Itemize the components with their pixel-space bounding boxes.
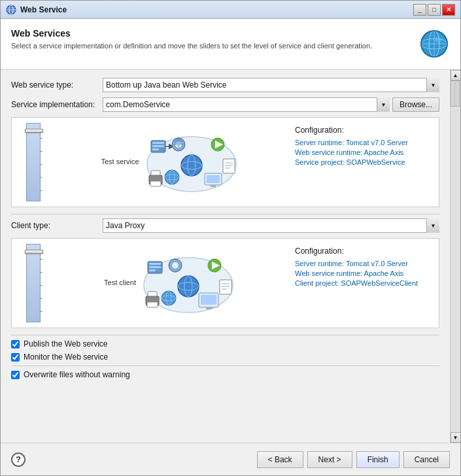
svg-rect-41: [149, 263, 161, 265]
overwrite-checkbox[interactable]: [11, 371, 20, 379]
publish-checkbox-row: Publish the Web service: [11, 339, 439, 348]
back-button[interactable]: < Back: [257, 451, 303, 468]
browse-button[interactable]: Browse...: [392, 97, 439, 112]
main-window: Web Service _ □ ✕ Web Services Select a …: [0, 0, 461, 476]
service-slider-container: [17, 123, 50, 201]
service-diagram-svg: [139, 126, 244, 198]
service-config-title: Configuration:: [295, 126, 428, 135]
client-ws-runtime-link[interactable]: Web service runtime: Apache Axis: [295, 269, 428, 277]
svg-rect-15: [152, 145, 164, 147]
client-type-row: Client type: Java Proxy ▼: [11, 218, 439, 233]
page-title: Web Services: [11, 28, 372, 39]
globe-icon: [418, 28, 450, 61]
service-config-area: Configuration: Server runtime: Tomcat v7…: [290, 123, 434, 201]
service-panel: Test service: [11, 117, 439, 207]
client-server-runtime-link[interactable]: Server runtime: Tomcat v7.0 Server: [295, 260, 428, 267]
monitor-checkbox-row: Monitor the Web service: [11, 352, 439, 362]
service-implementation-select[interactable]: com.DemoService: [103, 97, 390, 112]
web-service-type-select[interactable]: Bottom up Java bean Web Service: [103, 78, 439, 92]
monitor-checkbox[interactable]: [11, 353, 20, 362]
svg-rect-35: [211, 185, 216, 187]
service-slider-track[interactable]: [26, 123, 41, 201]
service-slider-knob[interactable]: [25, 129, 43, 133]
client-slider-knob[interactable]: [25, 250, 43, 254]
window-icon: [6, 5, 16, 15]
client-type-label: Client type:: [11, 221, 103, 230]
client-diagram-area: Test client: [55, 244, 290, 322]
web-service-type-label: Web service type:: [11, 80, 103, 90]
client-tick-2: [40, 272, 43, 273]
window-controls: _ □ ✕: [413, 4, 455, 16]
publish-checkbox-label: Publish the Web service: [24, 339, 108, 348]
svg-rect-34: [207, 175, 220, 183]
footer-left: ?: [11, 452, 26, 467]
svg-rect-16: [152, 148, 159, 150]
client-type-select-wrapper: Java Proxy ▼: [103, 218, 439, 233]
svg-rect-51: [220, 280, 231, 294]
client-tick-5: [40, 311, 43, 312]
svg-rect-14: [152, 142, 164, 144]
scrollbar: ▲ ▼: [450, 70, 460, 443]
tick-4: [40, 177, 43, 178]
section-divider-3: [11, 366, 439, 366]
maximize-button[interactable]: □: [428, 4, 441, 16]
service-ws-runtime-link[interactable]: Web service runtime: Apache Axis: [295, 148, 428, 156]
web-service-type-select-wrapper: Bottom up Java bean Web Service ▼: [103, 78, 439, 92]
tick-3: [40, 164, 43, 165]
client-config-area: Configuration: Server runtime: Tomcat v7…: [290, 244, 434, 322]
overwrite-checkbox-label: Overwrite files without warning: [24, 370, 130, 379]
section-divider-1: [11, 214, 439, 214]
svg-point-36: [165, 170, 179, 184]
footer: ? < Back Next > Finish Cancel: [1, 443, 460, 475]
header-section: Web Services Select a service implementa…: [1, 19, 460, 70]
svg-rect-26: [223, 159, 235, 173]
svg-rect-31: [151, 171, 160, 175]
client-project-link[interactable]: Client project: SOAPWebServiceClient: [295, 279, 428, 287]
service-diagram-area: Test service: [55, 123, 290, 201]
header-text: Web Services Select a service implementa…: [11, 28, 372, 51]
client-slider-track[interactable]: [26, 244, 41, 322]
svg-rect-59: [201, 295, 216, 305]
client-panel-title: Test client: [104, 279, 136, 286]
tick-5: [40, 190, 43, 191]
client-panel: Test client: [11, 238, 439, 328]
client-panel-body: Test client: [12, 239, 439, 328]
window-title: Web Service: [20, 5, 413, 14]
scroll-thumb[interactable]: [451, 80, 460, 107]
help-button[interactable]: ?: [11, 452, 26, 467]
minimize-button[interactable]: _: [413, 4, 426, 16]
svg-point-21: [181, 155, 202, 176]
svg-point-11: [434, 37, 442, 42]
finish-button[interactable]: Finish: [356, 451, 400, 468]
monitor-checkbox-label: Monitor the Web service: [24, 352, 108, 362]
client-tick-1: [40, 259, 43, 260]
client-type-select[interactable]: Java Proxy: [103, 218, 439, 233]
client-slider-container: [17, 244, 50, 322]
cancel-button[interactable]: Cancel: [403, 451, 450, 468]
service-implementation-select-wrapper: com.DemoService ▼: [103, 97, 390, 112]
form-inner: Web service type: Bottom up Java bean We…: [1, 70, 450, 391]
web-service-type-row: Web service type: Bottom up Java bean We…: [11, 78, 439, 92]
service-implementation-row: Service implementation: com.DemoService …: [11, 97, 439, 112]
title-bar: Web Service _ □ ✕: [1, 1, 460, 19]
tick-1: [40, 138, 43, 139]
scroll-down-button[interactable]: ▼: [451, 432, 461, 443]
section-divider-2: [11, 335, 439, 335]
svg-point-61: [162, 291, 176, 305]
main-content: Web service type: Bottom up Java bean We…: [1, 70, 460, 443]
service-panel-title: Test service: [101, 158, 139, 165]
tick-2: [40, 151, 43, 152]
service-project-link[interactable]: Service project: SOAPWebService: [295, 158, 428, 166]
publish-checkbox[interactable]: [11, 340, 20, 348]
footer-right: < Back Next > Finish Cancel: [257, 451, 450, 468]
scroll-up-button[interactable]: ▲: [451, 70, 461, 80]
svg-rect-42: [149, 266, 161, 268]
svg-point-46: [178, 276, 199, 297]
next-button[interactable]: Next >: [307, 451, 352, 468]
client-diagram-svg: [136, 247, 241, 319]
close-button[interactable]: ✕: [442, 4, 455, 16]
svg-rect-43: [149, 269, 156, 271]
scroll-track[interactable]: [451, 80, 461, 432]
service-server-runtime-link[interactable]: Server runtime: Tomcat v7.0 Server: [295, 139, 428, 146]
svg-rect-57: [147, 302, 158, 307]
